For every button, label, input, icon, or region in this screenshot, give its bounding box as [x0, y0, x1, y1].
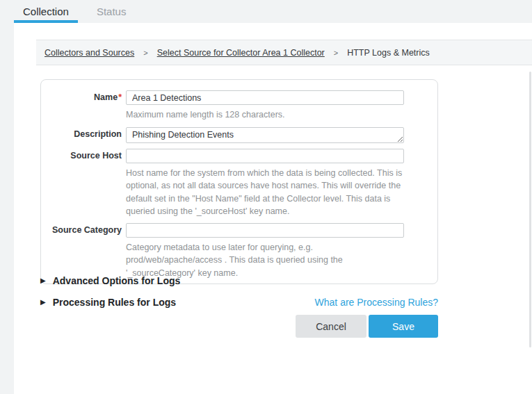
- vertical-scrollbar[interactable]: [529, 72, 531, 347]
- form-actions: Cancel Save: [40, 315, 438, 338]
- processing-rules-section: ▶ Processing Rules for Logs What are Pro…: [40, 297, 438, 308]
- name-helper-text: Maximum name length is 128 characters.: [126, 108, 405, 122]
- breadcrumb-select-source[interactable]: Select Source for Collector Area 1 Colle…: [157, 48, 325, 58]
- app-window: Collection Status Collectors and Sources…: [0, 0, 532, 394]
- save-button[interactable]: Save: [369, 315, 438, 338]
- description-label: Description: [41, 127, 126, 139]
- source-host-label: Source Host: [41, 149, 126, 161]
- advanced-options-toggle[interactable]: ▶ Advanced Options for Logs: [40, 275, 180, 286]
- name-field-row: Name* Maximum name length is 128 charact…: [41, 90, 437, 127]
- source-category-input[interactable]: [126, 223, 404, 238]
- tab-status-label: Status: [97, 6, 127, 17]
- source-category-label: Source Category: [41, 223, 126, 235]
- description-field-row: Description Phishing Detection Events: [41, 127, 437, 143]
- breadcrumb-separator-icon: >: [334, 49, 338, 57]
- breadcrumb-separator-icon: >: [143, 49, 147, 57]
- name-label: Name*: [41, 90, 126, 102]
- breadcrumb: Collectors and Sources > Select Source f…: [36, 40, 532, 65]
- content-panel: Collectors and Sources > Select Source f…: [14, 23, 532, 394]
- cancel-button[interactable]: Cancel: [296, 315, 366, 338]
- source-config-card: Name* Maximum name length is 128 charact…: [40, 79, 438, 284]
- source-category-field-row: Source Category Category metadata to use…: [41, 223, 437, 280]
- tab-collection-label: Collection: [23, 6, 69, 17]
- description-textarea[interactable]: Phishing Detection Events: [126, 127, 404, 143]
- name-input[interactable]: [126, 90, 404, 105]
- collapsed-triangle-icon: ▶: [40, 299, 46, 306]
- source-host-field-row: Source Host Host name for the system fro…: [41, 149, 437, 223]
- advanced-options-section: ▶ Advanced Options for Logs: [40, 275, 438, 286]
- tab-collection[interactable]: Collection: [14, 0, 78, 23]
- required-asterisk: *: [118, 92, 122, 102]
- what-are-processing-rules-link[interactable]: What are Processing Rules?: [315, 297, 438, 308]
- name-label-text: Name: [94, 92, 118, 102]
- processing-rules-label: Processing Rules for Logs: [53, 297, 176, 308]
- advanced-options-label: Advanced Options for Logs: [53, 275, 181, 286]
- source-category-helper-text: Category metadata to use later for query…: [126, 241, 405, 280]
- tab-status[interactable]: Status: [88, 0, 136, 23]
- breadcrumb-collectors-and-sources[interactable]: Collectors and Sources: [45, 48, 134, 58]
- source-host-input[interactable]: [126, 149, 404, 163]
- collapsed-triangle-icon: ▶: [40, 277, 46, 284]
- tab-bar: Collection Status: [0, 0, 532, 23]
- breadcrumb-current-page: HTTP Logs & Metrics: [347, 48, 430, 58]
- source-host-helper-text: Host name for the system from which the …: [126, 167, 405, 218]
- processing-rules-toggle[interactable]: ▶ Processing Rules for Logs: [40, 297, 176, 308]
